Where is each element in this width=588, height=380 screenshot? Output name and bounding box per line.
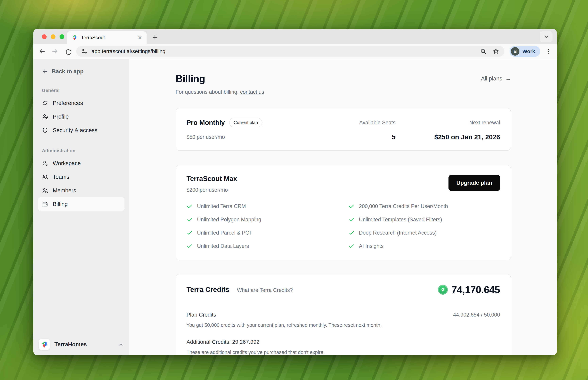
user-edit-icon bbox=[42, 114, 48, 120]
browser-profile-chip[interactable]: B Work bbox=[510, 46, 540, 57]
upgrade-plan-name: TerraScout Max bbox=[187, 175, 237, 183]
minimize-window-button[interactable] bbox=[51, 34, 56, 39]
chevron-down-icon bbox=[543, 34, 549, 40]
shield-icon bbox=[42, 127, 48, 133]
close-window-button[interactable] bbox=[42, 34, 47, 39]
plan-credits-description: You get 50,000 credits with your current… bbox=[187, 322, 500, 328]
feature-label: Unlimited Terra CRM bbox=[197, 203, 246, 209]
address-bar[interactable]: app.terrascout.ai/settings/billing bbox=[76, 46, 504, 57]
feature-item: Unlimited Terra CRM bbox=[187, 203, 338, 209]
feature-label: Unlimited Data Layers bbox=[197, 243, 249, 249]
new-tab-button[interactable]: + bbox=[152, 33, 157, 41]
feature-label: Deep Research (Internet Access) bbox=[359, 230, 437, 236]
avatar: B bbox=[511, 47, 519, 56]
browser-window: TerraScout × + app.terrascout.ai/setting… bbox=[33, 29, 557, 355]
tab-strip: TerraScout × + bbox=[33, 29, 557, 44]
feature-item: Unlimited Templates (Saved Filters) bbox=[348, 217, 500, 223]
current-plan-card: Pro Monthly Current plan Available Seats… bbox=[176, 108, 511, 151]
sidebar-item-label: Workspace bbox=[53, 160, 81, 167]
additional-credits-description: These are additional credits you've purc… bbox=[187, 350, 500, 355]
subtitle-text: For questions about billing, bbox=[176, 89, 240, 95]
page-title: Billing bbox=[176, 73, 205, 84]
sidebar-item-profile[interactable]: Profile bbox=[38, 110, 125, 123]
sidebar-item-label: Members bbox=[53, 187, 76, 194]
user-gear-icon bbox=[42, 160, 48, 167]
sidebar-item-preferences[interactable]: Preferences bbox=[38, 96, 125, 110]
check-icon bbox=[348, 217, 355, 223]
renewal-value: $250 on Jan 21, 2026 bbox=[396, 133, 500, 141]
back-icon[interactable] bbox=[38, 48, 46, 55]
tab-favicon-icon bbox=[72, 35, 77, 41]
browser-toolbar: app.terrascout.ai/settings/billing B Wor… bbox=[33, 44, 557, 59]
forward-icon[interactable] bbox=[51, 48, 58, 55]
workspace-name: TerraHomes bbox=[55, 341, 114, 348]
terra-credit-coin-icon bbox=[438, 285, 448, 295]
feature-label: Unlimited Parcel & POI bbox=[197, 230, 251, 236]
seats-label: Available Seats bbox=[317, 120, 396, 126]
renewal-label: Next renewal bbox=[396, 120, 500, 126]
plan-price: $50 per user/mo bbox=[187, 134, 317, 140]
feature-label: Unlimited Polygon Mapping bbox=[197, 217, 261, 223]
feature-item: Unlimited Parcel & POI bbox=[187, 230, 338, 236]
profile-name: Work bbox=[523, 48, 535, 54]
feature-label: Unlimited Templates (Saved Filters) bbox=[359, 217, 442, 223]
upgrade-plan-button[interactable]: Upgrade plan bbox=[449, 175, 500, 191]
url-text[interactable]: app.terrascout.ai/settings/billing bbox=[92, 48, 476, 55]
sliders-icon bbox=[42, 100, 48, 106]
sidebar-item-members[interactable]: Members bbox=[38, 184, 125, 197]
browser-tab-terrascout[interactable]: TerraScout × bbox=[67, 31, 147, 44]
check-icon bbox=[348, 243, 355, 249]
sidebar-item-label: Profile bbox=[53, 114, 69, 120]
billing-subtitle: For questions about billing, contact us bbox=[176, 89, 511, 95]
arrow-left-icon bbox=[42, 68, 48, 75]
seats-value: 5 bbox=[317, 133, 396, 141]
arrow-right-icon: → bbox=[505, 75, 511, 82]
back-to-app-label: Back to app bbox=[52, 68, 84, 75]
sidebar-item-label: Billing bbox=[53, 201, 68, 207]
workspace-switcher[interactable]: TerraHomes bbox=[38, 339, 125, 350]
sidebar-item-billing[interactable]: Billing bbox=[38, 197, 125, 211]
window-controls bbox=[42, 34, 64, 39]
feature-label: AI Insights bbox=[359, 243, 384, 249]
sidebar-item-label: Security & access bbox=[53, 127, 97, 133]
check-icon bbox=[187, 217, 193, 223]
zoom-icon[interactable] bbox=[480, 48, 487, 55]
bookmark-star-icon[interactable] bbox=[493, 48, 499, 55]
feature-item: 200,000 Terra Credits Per User/Month bbox=[348, 203, 500, 209]
check-icon bbox=[348, 230, 355, 236]
back-to-app-link[interactable]: Back to app bbox=[38, 66, 125, 77]
sidebar-item-label: Teams bbox=[53, 174, 69, 180]
upgrade-plan-price: $200 per user/mo bbox=[187, 187, 237, 193]
sidebar-item-teams[interactable]: Teams bbox=[38, 170, 125, 184]
check-icon bbox=[348, 203, 355, 209]
users-icon bbox=[42, 187, 48, 194]
browser-menu-icon[interactable]: ⋮ bbox=[545, 49, 552, 54]
tab-title: TerraScout bbox=[81, 35, 135, 40]
terra-credits-card: Terra Credits What are Terra Credits? 74… bbox=[176, 274, 511, 355]
site-settings-icon[interactable] bbox=[81, 48, 88, 55]
settings-sidebar: Back to app General Preferences Pr bbox=[33, 59, 129, 355]
plan-name: Pro Monthly bbox=[187, 119, 225, 126]
workspace-logo bbox=[39, 339, 50, 350]
credits-balance: 74,170.645 bbox=[452, 284, 500, 295]
feature-item: Deep Research (Internet Access) bbox=[348, 230, 500, 236]
sidebar-item-workspace[interactable]: Workspace bbox=[38, 156, 125, 170]
check-icon bbox=[187, 243, 193, 249]
plan-credits-label: Plan Credits bbox=[187, 312, 216, 318]
feature-item: AI Insights bbox=[348, 243, 500, 249]
current-plan-badge: Current plan bbox=[229, 118, 262, 127]
additional-credits-label: Additional Credits: 29,267.992 bbox=[187, 339, 500, 345]
billing-page: Billing All plans → For questions about … bbox=[129, 59, 557, 355]
reload-icon[interactable] bbox=[64, 48, 71, 55]
tab-close-icon[interactable]: × bbox=[138, 34, 142, 41]
contact-us-link[interactable]: contact us bbox=[240, 89, 264, 95]
tab-search-button[interactable] bbox=[540, 31, 552, 42]
check-icon bbox=[187, 230, 193, 236]
feature-item: Unlimited Data Layers bbox=[187, 243, 338, 249]
sidebar-item-security[interactable]: Security & access bbox=[38, 123, 125, 137]
what-are-credits-link[interactable]: What are Terra Credits? bbox=[237, 287, 293, 293]
zoom-window-button[interactable] bbox=[59, 34, 64, 39]
section-administration: Administration bbox=[38, 148, 125, 153]
wallet-icon bbox=[42, 201, 48, 207]
all-plans-link[interactable]: All plans → bbox=[481, 75, 511, 82]
